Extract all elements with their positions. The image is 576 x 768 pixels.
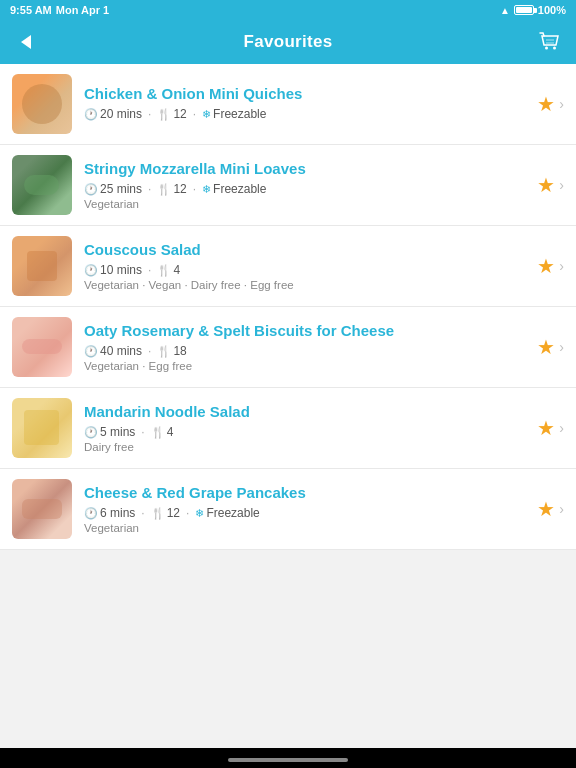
fork-icon: 🍴	[157, 108, 171, 121]
back-button[interactable]	[12, 28, 40, 56]
chevron-right-icon: ›	[559, 96, 564, 112]
chevron-right-icon: ›	[559, 177, 564, 193]
recipe-thumbnail	[12, 317, 72, 377]
fork-icon: 🍴	[151, 507, 165, 520]
recipe-info: Oaty Rosemary & Spelt Biscuits for Chees…	[84, 322, 529, 372]
time-meta: 🕐 5 mins	[84, 425, 135, 439]
recipe-actions: ★ ›	[537, 254, 564, 278]
fork-icon: 🍴	[157, 183, 171, 196]
status-date: Mon Apr 1	[56, 4, 109, 16]
recipe-title: Cheese & Red Grape Pancakes	[84, 484, 529, 502]
servings-meta: 🍴 12	[157, 107, 186, 121]
chevron-right-icon: ›	[559, 258, 564, 274]
recipe-meta: 🕐 5 mins · 🍴 4	[84, 425, 529, 439]
svg-point-0	[545, 47, 548, 50]
recipe-meta: 🕐 6 mins · 🍴 12 · ❄ Freezable	[84, 506, 529, 520]
chevron-right-icon: ›	[559, 339, 564, 355]
servings-meta: 🍴 12	[151, 506, 180, 520]
favourite-star-icon[interactable]: ★	[537, 254, 555, 278]
freezable-badge: ❄ Freezable	[195, 506, 259, 520]
favourite-star-icon[interactable]: ★	[537, 335, 555, 359]
chevron-right-icon: ›	[559, 501, 564, 517]
back-chevron-icon	[21, 35, 31, 49]
time-meta: 🕐 40 mins	[84, 344, 142, 358]
snowflake-icon: ❄	[202, 108, 211, 121]
recipe-meta: 🕐 20 mins · 🍴 12 · ❄ Freezable	[84, 107, 529, 121]
recipe-thumbnail	[12, 236, 72, 296]
snowflake-icon: ❄	[202, 183, 211, 196]
time-meta: 🕐 10 mins	[84, 263, 142, 277]
fork-icon: 🍴	[157, 264, 171, 277]
recipe-item[interactable]: Couscous Salad 🕐 10 mins · 🍴 4 Vegetaria…	[0, 226, 576, 307]
recipe-meta: 🕐 25 mins · 🍴 12 · ❄ Freezable	[84, 182, 529, 196]
time-meta: 🕐 20 mins	[84, 107, 142, 121]
recipe-actions: ★ ›	[537, 335, 564, 359]
status-time: 9:55 AM	[10, 4, 52, 16]
servings-meta: 🍴 12	[157, 182, 186, 196]
recipe-actions: ★ ›	[537, 173, 564, 197]
servings-meta: 🍴 4	[157, 263, 180, 277]
time-meta: 🕐 25 mins	[84, 182, 142, 196]
chevron-right-icon: ›	[559, 420, 564, 436]
recipe-servings: 12	[173, 182, 186, 196]
recipe-time: 25 mins	[100, 182, 142, 196]
recipe-item[interactable]: Chicken & Onion Mini Quiches 🕐 20 mins ·…	[0, 64, 576, 145]
recipe-actions: ★ ›	[537, 92, 564, 116]
servings-meta: 🍴 4	[151, 425, 174, 439]
recipe-tags: Vegetarian	[84, 198, 529, 210]
recipe-item[interactable]: Mandarin Noodle Salad 🕐 5 mins · 🍴 4 Dai…	[0, 388, 576, 469]
recipe-title: Stringy Mozzarella Mini Loaves	[84, 160, 529, 178]
fork-icon: 🍴	[157, 345, 171, 358]
clock-icon: 🕐	[84, 426, 98, 439]
recipe-actions: ★ ›	[537, 416, 564, 440]
recipe-tags: Vegetarian · Vegan · Dairy free · Egg fr…	[84, 279, 529, 291]
freezable-label: Freezable	[213, 182, 266, 196]
clock-icon: 🕐	[84, 345, 98, 358]
fork-icon: 🍴	[151, 426, 165, 439]
recipe-time: 5 mins	[100, 425, 135, 439]
recipe-servings: 4	[173, 263, 180, 277]
recipe-thumbnail	[12, 398, 72, 458]
recipe-item[interactable]: Stringy Mozzarella Mini Loaves 🕐 25 mins…	[0, 145, 576, 226]
recipe-time: 20 mins	[100, 107, 142, 121]
battery-level: 100%	[538, 4, 566, 16]
recipe-thumbnail	[12, 479, 72, 539]
content-area: Chicken & Onion Mini Quiches 🕐 20 mins ·…	[0, 64, 576, 748]
favourite-star-icon[interactable]: ★	[537, 92, 555, 116]
favourite-star-icon[interactable]: ★	[537, 497, 555, 521]
recipe-info: Couscous Salad 🕐 10 mins · 🍴 4 Vegetaria…	[84, 241, 529, 291]
recipe-item[interactable]: Oaty Rosemary & Spelt Biscuits for Chees…	[0, 307, 576, 388]
recipe-tags: Vegetarian	[84, 522, 529, 534]
nav-bar: Favourites	[0, 20, 576, 64]
recipe-title: Chicken & Onion Mini Quiches	[84, 85, 529, 103]
recipe-title: Couscous Salad	[84, 241, 529, 259]
recipe-thumbnail	[12, 155, 72, 215]
recipe-meta: 🕐 40 mins · 🍴 18	[84, 344, 529, 358]
recipe-title: Mandarin Noodle Salad	[84, 403, 529, 421]
recipe-title: Oaty Rosemary & Spelt Biscuits for Chees…	[84, 322, 529, 340]
status-right: ▲ 100%	[500, 4, 566, 16]
status-left: 9:55 AM Mon Apr 1	[10, 4, 109, 16]
recipe-time: 40 mins	[100, 344, 142, 358]
freezable-label: Freezable	[206, 506, 259, 520]
battery-icon	[514, 5, 534, 15]
favourite-star-icon[interactable]: ★	[537, 416, 555, 440]
status-bar: 9:55 AM Mon Apr 1 ▲ 100%	[0, 0, 576, 20]
recipe-info: Mandarin Noodle Salad 🕐 5 mins · 🍴 4 Dai…	[84, 403, 529, 453]
cart-button[interactable]	[536, 28, 564, 56]
favourite-star-icon[interactable]: ★	[537, 173, 555, 197]
freezable-label: Freezable	[213, 107, 266, 121]
wifi-icon: ▲	[500, 5, 510, 16]
svg-point-1	[553, 47, 556, 50]
scroll-indicator	[228, 758, 348, 762]
recipe-info: Cheese & Red Grape Pancakes 🕐 6 mins · 🍴…	[84, 484, 529, 534]
recipe-list: Chicken & Onion Mini Quiches 🕐 20 mins ·…	[0, 64, 576, 550]
clock-icon: 🕐	[84, 507, 98, 520]
recipe-info: Stringy Mozzarella Mini Loaves 🕐 25 mins…	[84, 160, 529, 210]
recipe-item[interactable]: Cheese & Red Grape Pancakes 🕐 6 mins · 🍴…	[0, 469, 576, 550]
clock-icon: 🕐	[84, 108, 98, 121]
recipe-meta: 🕐 10 mins · 🍴 4	[84, 263, 529, 277]
freezable-badge: ❄ Freezable	[202, 107, 266, 121]
recipe-servings: 18	[173, 344, 186, 358]
servings-meta: 🍴 18	[157, 344, 186, 358]
